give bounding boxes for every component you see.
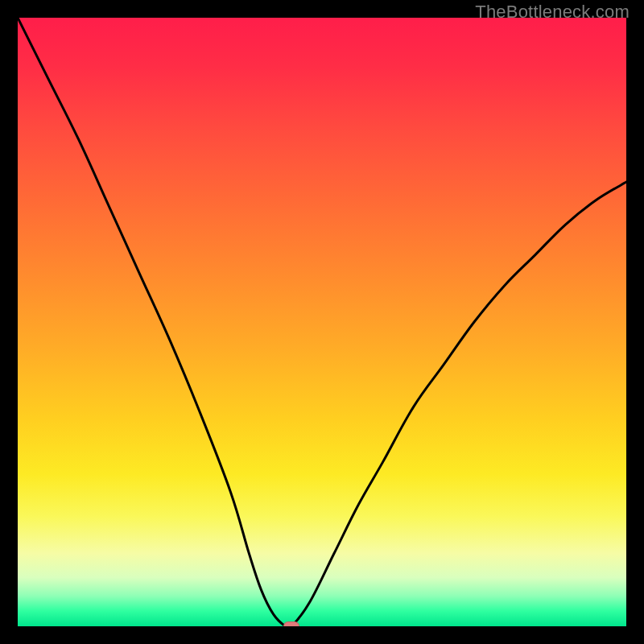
optimal-point-marker <box>283 621 299 626</box>
plot-area <box>18 18 626 626</box>
watermark-text: TheBottleneck.com <box>475 2 630 23</box>
bottleneck-curve <box>18 18 626 626</box>
chart-frame: TheBottleneck.com <box>0 0 644 644</box>
